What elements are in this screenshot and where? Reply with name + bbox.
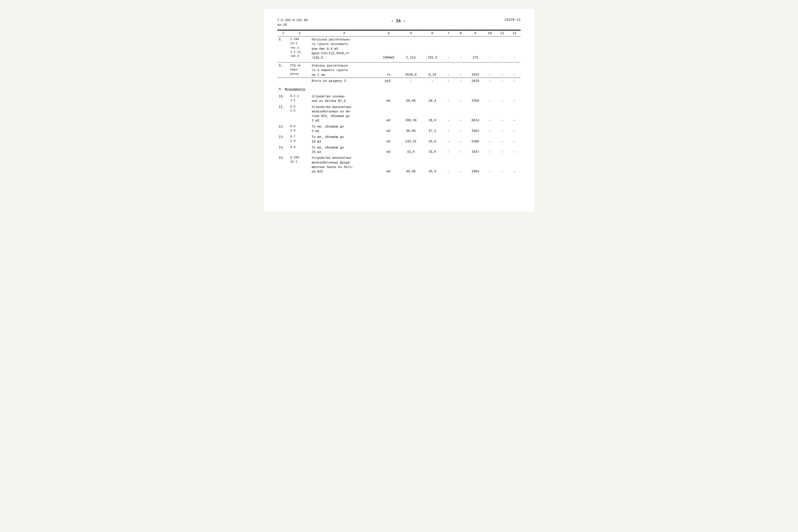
row-col-7: – — [442, 134, 455, 145]
row-col-6: 35,0 — [422, 134, 442, 145]
row-col-7: – — [442, 62, 455, 78]
row-col-5: 43,0 — [399, 145, 422, 155]
col-header-10: IO — [484, 31, 496, 36]
table-row: Итого по разделу I:руб.––––28I9––– — [277, 78, 521, 84]
row-col-6: 38,9 — [422, 104, 442, 124]
main-table: I 2 3 4 5 6 7 8 9 IO II I2 8.I-I80 23-I … — [277, 30, 521, 174]
row-unit: м3 — [378, 155, 399, 174]
row-col-5: – — [399, 78, 422, 84]
row-col-12: – — [508, 155, 521, 174]
header-left: Г.П.291-8-23с.88 Ал.УП — [277, 18, 308, 27]
column-headers: I 2 3 4 5 6 7 8 9 IO II I2 — [277, 31, 521, 36]
row-col-6: 28,4 — [422, 93, 442, 104]
row-col-10: – — [484, 36, 496, 61]
col-header-9: 9 — [467, 31, 484, 36]
row-col-10: – — [484, 62, 496, 78]
row-col-10: – — [484, 134, 496, 145]
row-col-7: – — [442, 104, 455, 124]
doc-number: 23226-11 — [489, 18, 521, 22]
row-unit: руб. — [378, 78, 399, 84]
row-unit: м3 — [378, 134, 399, 145]
row-col-10: – — [484, 104, 496, 124]
row-number: I2. — [277, 124, 289, 134]
table-row: I4.6-8То же, объемом до25 м3м343,033,6––… — [277, 145, 521, 155]
row-code: 6-8 — [289, 145, 310, 155]
row-number: II. — [277, 104, 289, 124]
col-header-5: 5 — [399, 31, 422, 36]
row-col-9: I024 — [467, 62, 484, 78]
row-col-10: – — [484, 145, 496, 155]
col-header-1: I — [277, 31, 289, 36]
row-col-7: – — [442, 93, 455, 104]
table-row: I2.6-6 I-6То же, объемом до5 м3м330,8637… — [277, 124, 521, 134]
row-col-11: – — [496, 124, 508, 134]
row-code: 6-7 I-6 — [289, 134, 310, 145]
row-code: ССЦ на пере- возку — [289, 62, 310, 78]
row-col-6: 45,9 — [422, 155, 442, 174]
row-unit: м3 — [378, 145, 399, 155]
row-col-6: I55,6 — [422, 36, 442, 61]
row-col-6: 37,2 — [422, 124, 442, 134]
section-label-row: П. Фундаменты — [277, 84, 521, 93]
row-col-6: 0,29 — [422, 62, 442, 78]
row-col-9: I75 — [467, 36, 484, 61]
row-col-6: 33,6 — [422, 145, 442, 155]
row-col-8: – — [455, 78, 467, 84]
page-number: - I5 - — [308, 18, 489, 23]
row-col-11: – — [496, 36, 508, 61]
row-code: 6-I-I I-I — [289, 93, 310, 104]
row-unit: м3 — [378, 104, 399, 124]
row-number: I4. — [277, 145, 289, 155]
row-description: То же, объемом до5 м3 — [310, 124, 378, 134]
row-col-10: – — [484, 78, 496, 84]
row-col-11: – — [496, 155, 508, 174]
row-col-5: I,I24 — [399, 36, 422, 61]
row-col-7: – — [442, 145, 455, 155]
row-unit: м3 — [378, 124, 399, 134]
row-description: Итого по разделу I: — [310, 78, 378, 84]
col-header-6: 6 — [422, 31, 442, 36]
row-unit: 1000м3 — [378, 36, 399, 61]
row-description: Устройство монолитныхжелезобетонных из б… — [310, 104, 378, 124]
row-col-5: I88,58 — [399, 104, 422, 124]
row-col-12: – — [508, 78, 521, 84]
page: Г.П.291-8-23с.88 Ал.УП - I5 - 23226-11 I… — [264, 9, 534, 211]
col-header-2: 2 — [289, 31, 310, 36]
row-col-12: – — [508, 124, 521, 134]
row-col-12: – — [508, 62, 521, 78]
row-number: 9. — [277, 62, 289, 78]
row-description: Устройство монолитныхжелезобетонных фунд… — [310, 155, 378, 174]
section-title: П. Фундаменты — [279, 88, 305, 91]
row-col-8: – — [455, 124, 467, 134]
row-col-8: – — [455, 145, 467, 155]
row-col-9: I647 — [467, 145, 484, 155]
col-header-12: I2 — [508, 31, 521, 36]
header: Г.П.291-8-23с.88 Ал.УП - I5 - 23226-11 — [277, 18, 521, 27]
row-col-12: – — [508, 104, 521, 124]
row-col-5: I45,4I — [399, 134, 422, 145]
row-col-9: 28I9 — [467, 78, 484, 84]
row-number: I3. — [277, 134, 289, 145]
row-description: То же, объемом до25 м3 — [310, 145, 378, 155]
row-col-6: – — [422, 78, 442, 84]
row-col-12: – — [508, 134, 521, 145]
row-col-7: – — [442, 78, 455, 84]
row-code: 6-I60 I5-I — [289, 155, 310, 174]
row-code: 6-5 I-5 — [289, 104, 310, 124]
table-row: 8.I-I80 23-I тех.ч. п.I.II таб.3Погрузка… — [277, 36, 521, 61]
row-col-8: – — [455, 104, 467, 124]
doc-ref-line2: Ал.УП — [277, 23, 308, 27]
table-row: II.6-5 I-5Устройство монолитныхжелезобет… — [277, 104, 521, 124]
row-col-5: 58,60 — [399, 93, 422, 104]
doc-ref-line1: Г.П.291-8-23с.88 — [277, 18, 308, 23]
row-col-9: 86I4 — [467, 104, 484, 124]
row-number: 8. — [277, 36, 289, 61]
row-col-8: – — [455, 62, 467, 78]
row-number — [277, 78, 289, 84]
row-code: I-I80 23-I тех.ч. п.I.II таб.3 — [289, 36, 310, 61]
row-col-5: 30,86 — [399, 124, 422, 134]
row-col-9: I663 — [467, 124, 484, 134]
row-col-9: I558 — [467, 93, 484, 104]
row-unit: м3 — [378, 93, 399, 104]
row-description: Отвозка растительно-го и лишнего грунтан… — [310, 62, 378, 78]
